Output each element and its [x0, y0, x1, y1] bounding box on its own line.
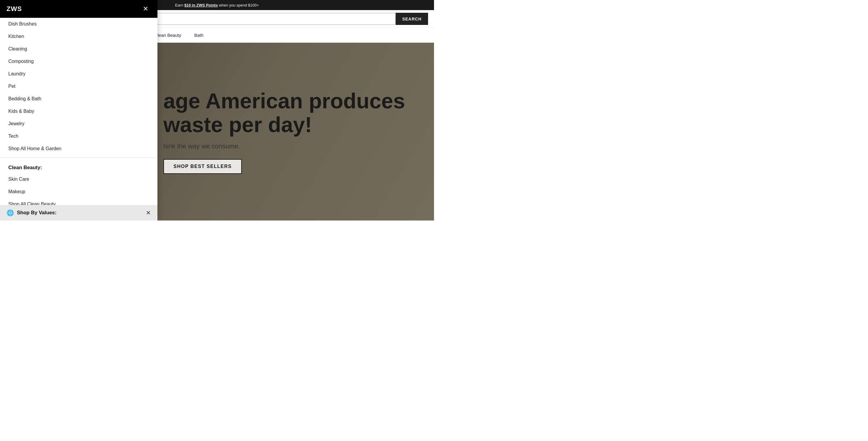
- list-item: Cleaning: [0, 43, 157, 55]
- sidebar-item-kitchen[interactable]: Kitchen: [0, 30, 157, 43]
- nav-item-bath[interactable]: Bath: [188, 28, 210, 42]
- list-item: Tech: [0, 130, 157, 142]
- list-item: Skin Care: [0, 173, 157, 185]
- sidebar-divider: [0, 157, 157, 158]
- list-item: Kitchen: [0, 30, 157, 43]
- list-item: Makeup: [0, 185, 157, 198]
- list-item: Dish Brushes: [0, 18, 157, 30]
- sidebar-item-cleaning[interactable]: Cleaning: [0, 43, 157, 55]
- hero-cta-button[interactable]: SHOP BEST SELLERS: [163, 159, 242, 174]
- shop-by-values-close-button[interactable]: ✕: [146, 209, 151, 216]
- list-item: Laundry: [0, 68, 157, 80]
- list-item: Kids & Baby: [0, 105, 157, 117]
- sidebar-logo: ZWS: [6, 5, 22, 13]
- shop-by-values-left: 🌐 Shop By Values:: [6, 209, 57, 216]
- sidebar-item-shop-all-home-garden[interactable]: Shop All Home & Garden: [0, 142, 157, 155]
- sidebar-item-jewelry[interactable]: Jewelry: [0, 117, 157, 130]
- list-item: Shop All Home & Garden: [0, 142, 157, 155]
- sidebar-item-bedding-bath[interactable]: Bedding & Bath: [0, 93, 157, 105]
- hero-title: age American produces waste per day!: [163, 89, 405, 136]
- announcement-link[interactable]: $10 in ZWS Points: [184, 3, 218, 7]
- announcement-text: Earn $10 in ZWS Points when you spend $1…: [175, 3, 259, 7]
- hero-subtitle: hink the way we consume.: [163, 142, 405, 150]
- sidebar-item-tech[interactable]: Tech: [0, 130, 157, 142]
- sidebar-item-pet[interactable]: Pet: [0, 80, 157, 93]
- sidebar-item-dish-brushes[interactable]: Dish Brushes: [0, 18, 157, 30]
- sidebar-drawer: ZWS ✕ Dish Brushes Kitchen Cleaning Comp…: [0, 0, 157, 220]
- list-item: Pet: [0, 80, 157, 93]
- list-item: Composting: [0, 55, 157, 68]
- shop-by-values-bar[interactable]: 🌐 Shop By Values: ✕: [0, 205, 157, 220]
- sidebar-home-garden-list: Dish Brushes Kitchen Cleaning Composting…: [0, 18, 157, 155]
- list-item: Bedding & Bath: [0, 93, 157, 105]
- sidebar-item-laundry[interactable]: Laundry: [0, 68, 157, 80]
- sidebar-header: ZWS ✕: [0, 0, 157, 18]
- sidebar-item-skin-care[interactable]: Skin Care: [0, 173, 157, 185]
- sidebar-item-kids-baby[interactable]: Kids & Baby: [0, 105, 157, 117]
- sidebar-clean-beauty-label: Clean Beauty:: [0, 160, 157, 173]
- search-button[interactable]: SEARCH: [396, 13, 428, 25]
- sidebar-close-button[interactable]: ✕: [140, 4, 151, 14]
- shop-by-values-label: Shop By Values:: [17, 210, 57, 216]
- sidebar-item-composting[interactable]: Composting: [0, 55, 157, 68]
- list-item: Jewelry: [0, 117, 157, 130]
- globe-icon: 🌐: [6, 209, 14, 216]
- sidebar-item-makeup[interactable]: Makeup: [0, 185, 157, 198]
